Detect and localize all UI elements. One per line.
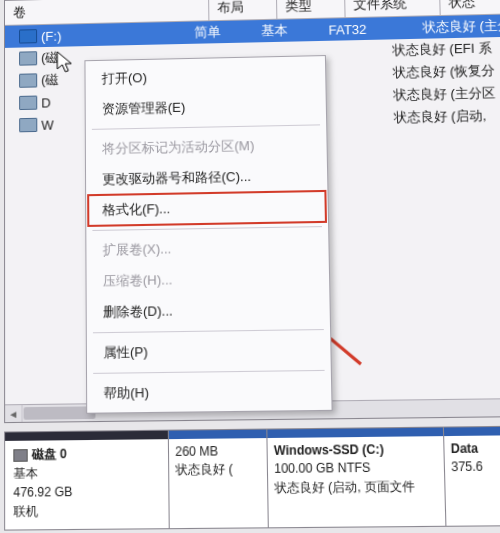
col-layout[interactable]: 布局 bbox=[209, 0, 277, 20]
disk-size: 476.92 GB bbox=[13, 481, 160, 501]
partition-name: Data bbox=[451, 440, 500, 459]
menu-help[interactable]: 帮助(H) bbox=[89, 375, 329, 409]
menu-mark-active: 将分区标记为活动分区(M) bbox=[88, 129, 325, 164]
cell: 基本 bbox=[253, 21, 320, 41]
menu-change-letter[interactable]: 更改驱动器号和路径(C)... bbox=[88, 160, 325, 195]
partition-size: 375.6 bbox=[451, 458, 500, 477]
disk-management-window: 卷 布局 类型 文件系统 状态 (F:) 简单 基本 FAT32 状态良好 (主… bbox=[0, 0, 500, 533]
menu-separator bbox=[92, 124, 320, 130]
partition-size: 260 MB bbox=[175, 442, 260, 461]
vol-label: (F:) bbox=[41, 28, 61, 44]
disk-state: 联机 bbox=[13, 501, 160, 521]
menu-properties[interactable]: 属性(P) bbox=[89, 334, 329, 369]
cell: 状态良好 (启动, bbox=[385, 106, 500, 127]
cell: 状态良好 (主分区 bbox=[414, 17, 500, 37]
vol-label: D bbox=[41, 95, 51, 110]
menu-shrink: 压缩卷(H)... bbox=[89, 262, 328, 297]
partition-size: 100.00 GB NTFS bbox=[274, 459, 438, 479]
volume-icon bbox=[19, 73, 37, 87]
cell: 状态良好 (EFI 系 bbox=[384, 39, 500, 60]
cell: 状态良好 (主分区 bbox=[385, 84, 500, 105]
disk-icon bbox=[13, 449, 27, 462]
vol-label: W bbox=[41, 117, 53, 132]
partition-status: 状态良好 ( bbox=[175, 461, 260, 480]
partition[interactable]: Windows-SSD (C:) 100.00 GB NTFS 状态良好 (启动… bbox=[267, 428, 446, 528]
cell: FAT32 bbox=[320, 20, 414, 37]
menu-separator bbox=[92, 226, 322, 231]
scroll-thumb[interactable] bbox=[24, 406, 96, 419]
menu-separator bbox=[93, 370, 324, 374]
volume-icon bbox=[19, 51, 37, 65]
col-fs[interactable]: 文件系统 bbox=[345, 0, 441, 17]
menu-open[interactable]: 打开(O) bbox=[87, 59, 323, 94]
menu-extend: 扩展卷(X)... bbox=[88, 231, 326, 266]
volume-icon bbox=[19, 118, 37, 133]
disk-kind: 基本 bbox=[13, 462, 160, 482]
partition-name: Windows-SSD (C:) bbox=[274, 440, 438, 460]
disk-layout: 磁盘 0 基本 476.92 GB 联机 260 MB 状态良好 ( Windo… bbox=[4, 426, 500, 531]
cell: 状态良好 (恢复分 bbox=[384, 61, 500, 82]
partition[interactable]: Data 375.6 bbox=[444, 427, 500, 526]
volume-icon bbox=[19, 29, 37, 43]
scroll-left-icon[interactable]: ◄ bbox=[5, 405, 22, 422]
menu-separator bbox=[93, 329, 324, 333]
col-type[interactable]: 类型 bbox=[277, 0, 346, 19]
cell: 简单 bbox=[186, 22, 253, 42]
partition[interactable]: 260 MB 状态良好 ( bbox=[169, 430, 269, 529]
volume-icon bbox=[19, 96, 37, 111]
menu-format[interactable]: 格式化(F)... bbox=[88, 191, 326, 226]
context-menu: 打开(O) 资源管理器(E) 将分区标记为活动分区(M) 更改驱动器号和路径(C… bbox=[84, 55, 332, 414]
menu-delete[interactable]: 删除卷(D)... bbox=[89, 293, 328, 328]
menu-explorer[interactable]: 资源管理器(E) bbox=[88, 90, 324, 125]
disk-header[interactable]: 磁盘 0 基本 476.92 GB 联机 bbox=[5, 431, 170, 530]
disk-title: 磁盘 0 bbox=[32, 447, 67, 462]
partition-status: 状态良好 (启动, 页面文件 bbox=[274, 477, 438, 497]
col-status[interactable]: 状态 bbox=[440, 0, 500, 15]
cursor-icon bbox=[56, 50, 76, 77]
